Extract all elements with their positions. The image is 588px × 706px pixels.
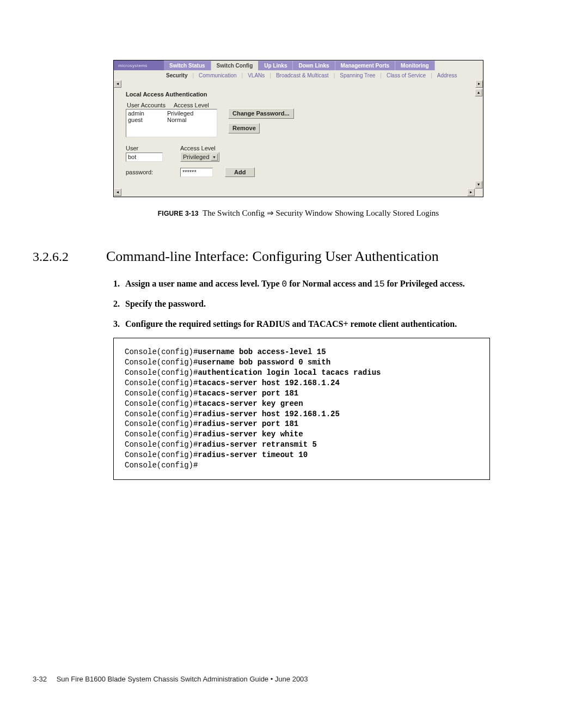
scroll-right-icon[interactable]: ▸ (467, 188, 475, 196)
console-prompt: Console(config)# (125, 410, 198, 418)
subtab-spanning-tree[interactable]: Spanning Tree (339, 72, 376, 78)
console-prompt: Console(config)# (125, 399, 198, 408)
scroll-track-v[interactable] (475, 96, 483, 181)
console-cmd: radius-server timeout 10 (198, 451, 308, 459)
change-password-button[interactable]: Change Password... (228, 108, 294, 119)
page-footer: 3-32 Sun Fire B1600 Blade System Chassis… (33, 675, 308, 683)
step-item: 3. Configure the required settings for R… (113, 318, 512, 330)
scroll-up-icon[interactable]: ▴ (475, 89, 482, 96)
page-number: 3-32 (33, 675, 54, 683)
list-item-level: Privileged (167, 110, 193, 117)
list-item-user: guest (128, 117, 167, 123)
brand-chip: microsystems (114, 60, 164, 70)
scroll-track[interactable] (121, 80, 475, 88)
step-number: 2. (113, 298, 125, 310)
h-scrollbar-top[interactable]: ◂ ▸ (114, 80, 483, 88)
footer-title: Sun Fire B1600 Blade System Chassis Swit… (57, 675, 308, 683)
scroll-track[interactable] (121, 188, 467, 196)
tab-down-links[interactable]: Down Links (293, 60, 335, 70)
listbox-headers: User Accounts Access Level (127, 102, 467, 108)
remove-button[interactable]: Remove (228, 123, 260, 133)
tabs-row: Switch Status Switch Config Up Links Dow… (164, 60, 483, 70)
tab-switch-config[interactable]: Switch Config (211, 60, 259, 70)
step-text: Specify the password. (125, 298, 206, 310)
console-cmd: authentication login local tacacs radius (198, 368, 381, 377)
console-cmd: username bob password 0 smith (198, 358, 330, 367)
content-area: Local Access Authentication User Account… (114, 89, 483, 188)
step-code: 15 (374, 279, 384, 289)
header-user-accounts: User Accounts (127, 102, 169, 108)
section-heading: 3.2.6.2 Command-line Interface: Configur… (33, 248, 544, 265)
figure-screenshot: microsystems Switch Status Switch Config… (113, 60, 483, 218)
subtab-vlans[interactable]: VLANs (247, 72, 266, 78)
console-cmd: radius-server port 181 (198, 419, 298, 428)
list-item-user: admin (128, 110, 167, 117)
code-block: Console(config)#username bob access-leve… (113, 338, 490, 480)
console-cmd: radius-server retransmit 5 (198, 440, 316, 449)
step-text: Assign a user name and access level. Typ… (125, 279, 282, 288)
tab-switch-status[interactable]: Switch Status (164, 60, 211, 70)
h-scrollbar-bottom[interactable]: ◂ ▸ (114, 188, 475, 197)
step-item: 1. Assign a user name and access level. … (113, 278, 512, 290)
scroll-left-icon[interactable]: ◂ (114, 80, 121, 88)
user-input[interactable]: bot (126, 153, 163, 162)
subtab-address[interactable]: Address (436, 72, 458, 78)
figure-caption-text: The Switch Config ⇒ Security Window Show… (203, 209, 439, 217)
step-item: 2. Specify the password. (113, 298, 512, 310)
scroll-left-icon[interactable]: ◂ (114, 188, 121, 196)
console-prompt: Console(config)# (125, 430, 198, 439)
console-cmd: radius-server host 192.168.1.25 (198, 410, 339, 418)
subtab-security[interactable]: Security (165, 72, 188, 78)
tab-management-ports[interactable]: Management Ports (335, 60, 395, 70)
tab-monitoring[interactable]: Monitoring (395, 60, 435, 70)
steps-list: 1. Assign a user name and access level. … (113, 278, 512, 330)
subtab-broadcast-multicast[interactable]: Broadcast & Multicast (275, 72, 330, 78)
console-cmd: tacacs-server key green (198, 399, 303, 408)
subtab-class-of-service[interactable]: Class of Service (385, 72, 427, 78)
add-button[interactable]: Add (225, 167, 255, 177)
step-text: for Privileged access. (385, 279, 465, 288)
section-title-text: Command-line Interface: Configuring User… (106, 248, 439, 265)
console-prompt: Console(config)# (125, 348, 198, 356)
console-prompt: Console(config)# (125, 358, 198, 367)
subtabs-row: Security| Communication| VLANs| Broadcas… (114, 70, 483, 80)
console-prompt: Console(config)# (125, 379, 198, 387)
scroll-down-icon[interactable]: ▾ (475, 181, 482, 188)
access-level-select[interactable]: Privileged ▼ (180, 152, 219, 162)
password-input[interactable]: ****** (180, 168, 213, 177)
ui-panel: microsystems Switch Status Switch Config… (113, 60, 483, 197)
console-cmd: tacacs-server host 192.168.1.24 (198, 379, 339, 387)
step-number: 3. (113, 318, 125, 330)
user-label: User (126, 145, 177, 151)
list-item[interactable]: admin Privileged (128, 110, 215, 117)
console-cmd: tacacs-server port 181 (198, 389, 298, 398)
chevron-down-icon[interactable]: ▼ (211, 154, 218, 161)
step-number: 1. (113, 278, 125, 290)
header-access-level: Access Level (174, 102, 209, 108)
accounts-listbox[interactable]: admin Privileged guest Normal (126, 109, 217, 137)
console-prompt: Console(config)# (125, 419, 198, 428)
section-title: Local Access Authentication (126, 91, 467, 98)
section-number: 3.2.6.2 (33, 249, 106, 264)
password-label: password: (126, 169, 177, 175)
console-prompt: Console(config)# (125, 451, 198, 459)
step-text: for Normal access and (287, 279, 374, 288)
topbar: microsystems Switch Status Switch Config… (114, 60, 483, 70)
step-code: 0 (282, 279, 287, 289)
figure-number: FIGURE 3-13 (158, 210, 199, 217)
step-text: Configure the required settings for RADI… (125, 318, 457, 330)
console-cmd: username bob access-level 15 (198, 348, 326, 356)
tab-up-links[interactable]: Up Links (259, 60, 293, 70)
scroll-right-icon[interactable]: ▸ (475, 80, 483, 88)
subtab-communication[interactable]: Communication (198, 72, 237, 78)
access-level-label: Access Level (180, 145, 216, 151)
console-cmd: radius-server key white (198, 430, 303, 439)
console-prompt: Console(config)# (125, 461, 198, 470)
access-level-value: Privileged (183, 154, 209, 160)
figure-caption: FIGURE 3-13 The Switch Config ⇒ Security… (113, 208, 483, 218)
console-prompt: Console(config)# (125, 368, 198, 377)
console-prompt: Console(config)# (125, 440, 198, 449)
console-prompt: Console(config)# (125, 389, 198, 398)
v-scrollbar[interactable]: ▴ ▾ (475, 89, 483, 188)
list-item[interactable]: guest Normal (128, 117, 215, 123)
